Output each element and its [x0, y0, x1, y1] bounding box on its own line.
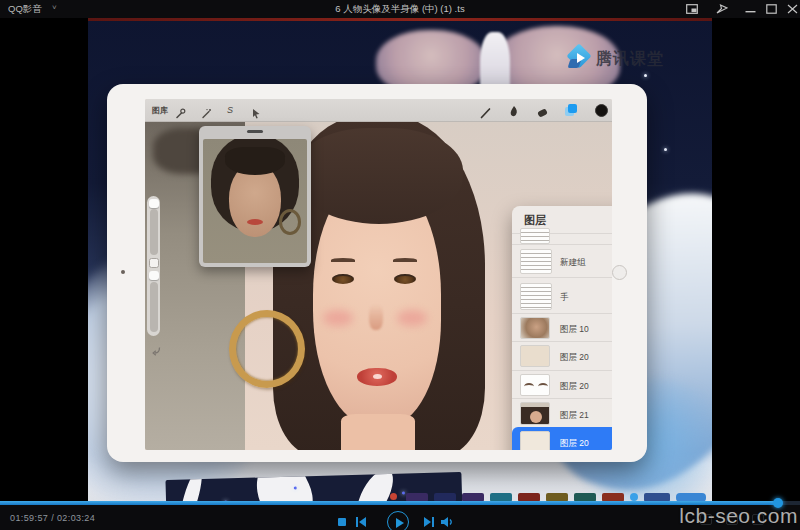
window-title: 6 人物头像及半身像 (中) (1) .ts	[200, 3, 600, 16]
ipad-home-button[interactable]	[612, 265, 627, 280]
actions-wrench-icon[interactable]	[175, 105, 186, 116]
gallery-button[interactable]: 图库	[152, 105, 168, 116]
painting-blush-left	[323, 310, 353, 326]
painting-eye-left	[332, 274, 354, 284]
layer-thumbnail	[520, 374, 550, 396]
app-menu-caret-icon[interactable]: ˅	[52, 3, 57, 12]
layer-label: 图层 10	[560, 324, 589, 336]
artwork-star	[294, 486, 297, 489]
mini-mode-icon[interactable]	[686, 4, 698, 14]
layer-row[interactable]: 图层 20 N	[512, 341, 612, 370]
background-star	[664, 148, 667, 151]
reference-window-handle[interactable]	[247, 130, 263, 133]
transform-cursor-icon[interactable]	[251, 105, 262, 116]
painting-blush-right	[397, 310, 427, 326]
video-stage[interactable]: 腾讯课堂 图库 S	[0, 18, 800, 503]
time-display: 01:59:57 / 02:03:24	[10, 513, 95, 523]
layer-label: 图层 20	[560, 381, 589, 393]
color-swatch-button[interactable]	[595, 104, 608, 117]
ipad-device: 图库 S	[107, 84, 647, 462]
painting-nose	[369, 304, 383, 330]
reference-photo	[203, 139, 307, 263]
painting-neck	[341, 414, 415, 450]
brush-size-slider-handle[interactable]	[149, 199, 159, 208]
procreate-screen: 图库 S	[145, 99, 612, 450]
layer-row-group[interactable]: 手	[512, 277, 612, 313]
ipad-camera-dot	[121, 270, 125, 274]
eraser-tool-icon[interactable]	[536, 105, 547, 116]
video-top-red-line	[88, 18, 712, 21]
painting-fringe	[295, 128, 463, 224]
layer-row[interactable]: 图层 20 N	[512, 370, 612, 398]
layer-row[interactable]: 图层 10 N	[512, 313, 612, 341]
reference-photo-lips	[247, 219, 263, 225]
layers-panel-icon[interactable]	[565, 104, 578, 117]
play-triangle-icon	[396, 518, 404, 528]
previous-button[interactable]	[355, 516, 367, 528]
reference-photo-earring	[279, 209, 301, 235]
artwork-stroke	[245, 472, 322, 503]
layer-row-group[interactable]: 新建组	[512, 244, 612, 277]
tencent-logo-play-triangle	[577, 53, 585, 63]
layer-thumbnail	[520, 228, 550, 244]
taskbar-icon	[630, 493, 638, 501]
seek-bar-fill	[0, 501, 778, 505]
layer-thumbnail	[520, 345, 550, 367]
brush-tool-icon[interactable]	[480, 105, 491, 116]
reference-window[interactable]	[199, 126, 311, 267]
layer-thumbnail	[520, 402, 550, 425]
play-button[interactable]	[387, 511, 409, 530]
painting-lip-highlight	[373, 374, 382, 379]
share-icon[interactable]	[716, 4, 728, 14]
brush-sidebar[interactable]	[147, 196, 160, 336]
procreate-toolbar: 图库 S	[145, 99, 612, 122]
minimize-icon[interactable]	[745, 4, 757, 14]
layers-panel: 图层 + 新建组	[512, 206, 612, 450]
player-window: QQ影音 ˅ 6 人物头像及半身像 (中) (1) .ts	[0, 0, 800, 530]
opacity-track[interactable]	[150, 282, 158, 332]
opacity-slider-handle[interactable]	[149, 271, 159, 280]
layer-label: 新建组	[560, 257, 586, 269]
titlebar: QQ影音 ˅ 6 人物头像及半身像 (中) (1) .ts	[0, 0, 800, 18]
smudge-tool-icon[interactable]	[508, 104, 519, 115]
layer-thumbnail	[520, 283, 552, 310]
app-menu[interactable]: QQ影音	[8, 3, 42, 16]
sidebar-modify-button[interactable]	[149, 258, 159, 268]
background-star	[644, 74, 647, 77]
stop-button[interactable]	[338, 518, 346, 526]
layer-thumbnail	[520, 317, 550, 339]
painting-hoop-earring	[229, 310, 305, 388]
tencent-classroom-watermark: 腾讯课堂	[596, 49, 664, 70]
selection-tool-icon[interactable]: S	[227, 105, 233, 115]
adjustments-wand-icon[interactable]	[201, 105, 212, 116]
painting-eye-right	[394, 274, 416, 284]
reference-photo-fringe	[225, 147, 285, 175]
undo-icon[interactable]	[151, 343, 162, 354]
layer-row-clipped[interactable]	[512, 233, 612, 244]
tencent-classroom-logo-icon	[568, 45, 594, 71]
next-button[interactable]	[423, 516, 435, 528]
painting-eyebrow-right	[393, 258, 417, 262]
brush-size-track[interactable]	[150, 209, 158, 255]
site-watermark: lcb-seo.com	[679, 504, 798, 528]
volume-button[interactable]	[440, 516, 454, 528]
taskbar-icon	[390, 493, 397, 500]
layer-thumbnail	[520, 249, 552, 274]
close-icon[interactable]	[787, 4, 799, 14]
layer-label: 图层 21	[560, 410, 589, 422]
layer-row-selected[interactable]: 图层 20 N	[512, 427, 612, 450]
painting-eyebrow-left	[331, 258, 355, 262]
layers-icon-front-square	[568, 104, 577, 113]
layer-row[interactable]: 图层 21 N	[512, 398, 612, 427]
layer-thumbnail	[520, 431, 550, 450]
layer-label: 手	[560, 292, 569, 304]
maximize-icon[interactable]	[766, 4, 778, 14]
video-frame: 腾讯课堂 图库 S	[88, 18, 712, 503]
layers-panel-title: 图层	[524, 213, 546, 228]
layer-label: 图层 20	[560, 438, 589, 450]
layer-label: 图层 20	[560, 352, 589, 364]
